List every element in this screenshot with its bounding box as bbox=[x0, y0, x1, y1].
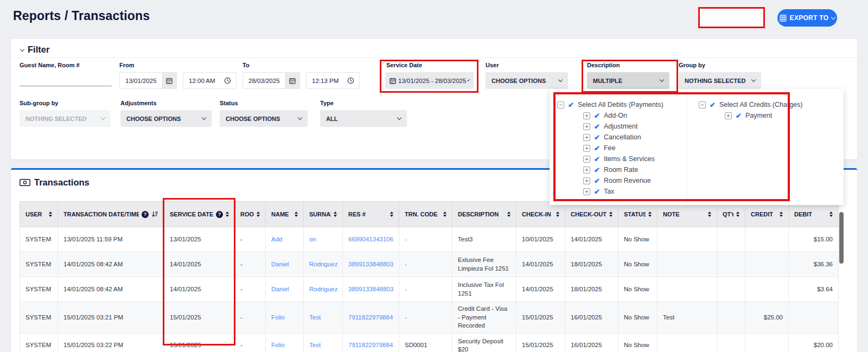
sort-icon[interactable] bbox=[226, 212, 229, 217]
plus-box-icon[interactable]: + bbox=[725, 112, 732, 119]
check-icon[interactable]: ✔ bbox=[594, 166, 600, 174]
tree-item[interactable]: +✔Tax bbox=[583, 186, 686, 197]
cell-surname[interactable]: Test bbox=[304, 333, 343, 352]
plus-box-icon[interactable]: + bbox=[583, 156, 590, 163]
cell-trn_code[interactable]: - bbox=[399, 227, 452, 252]
column-header-note[interactable]: NOTE bbox=[658, 202, 717, 227]
column-header-check_in[interactable]: CHECK-IN bbox=[516, 202, 565, 227]
cell-surname[interactable]: Test bbox=[304, 302, 343, 334]
cell-res[interactable]: 6699041343106 bbox=[343, 227, 399, 252]
column-header-room[interactable]: ROOM bbox=[235, 202, 266, 227]
scrollbar-thumb[interactable] bbox=[839, 212, 844, 264]
plus-box-icon[interactable]: + bbox=[583, 123, 590, 130]
sort-icon[interactable] bbox=[736, 212, 739, 217]
check-icon[interactable]: ✔ bbox=[710, 101, 716, 109]
column-header-status[interactable]: STATUS bbox=[618, 202, 658, 227]
column-header-debit[interactable]: DEBIT bbox=[789, 202, 839, 227]
cell-res[interactable]: 7911822979884 bbox=[343, 302, 399, 334]
sort-icon[interactable] bbox=[334, 212, 337, 217]
sort-icon[interactable] bbox=[390, 212, 393, 217]
column-header-surname[interactable]: SURNAME bbox=[304, 202, 343, 227]
check-icon[interactable]: ✔ bbox=[594, 112, 600, 120]
export-to-button[interactable]: EXPORT TO bbox=[777, 9, 837, 27]
service-date-range-input[interactable]: 13/01/2025 - 28/03/2025 bbox=[385, 72, 474, 89]
tree-item[interactable]: +✔Fee bbox=[583, 143, 686, 153]
tree-item[interactable]: +✔Room Revenue bbox=[583, 175, 686, 186]
calendar-icon[interactable] bbox=[162, 73, 176, 88]
column-header-res[interactable]: RES # bbox=[343, 202, 399, 227]
status-dropdown[interactable]: CHOOSE OPTIONS bbox=[220, 110, 308, 127]
check-icon[interactable]: ✔ bbox=[594, 133, 600, 142]
sort-icon[interactable] bbox=[49, 212, 52, 217]
sort-icon[interactable] bbox=[708, 212, 711, 217]
check-icon[interactable]: ✔ bbox=[594, 188, 600, 196]
sort-amount-icon[interactable] bbox=[151, 211, 158, 217]
cell-res[interactable]: 3899133848803 bbox=[343, 277, 399, 302]
cell-res[interactable]: 3899133848803 bbox=[343, 252, 399, 277]
cell-trn_code[interactable]: - bbox=[399, 302, 452, 334]
check-icon[interactable]: ✔ bbox=[568, 101, 574, 109]
cell-name[interactable]: Daniel bbox=[266, 252, 304, 277]
plus-box-icon[interactable]: + bbox=[583, 188, 590, 195]
adjustments-dropdown[interactable]: CHOOSE OPTIONS bbox=[120, 110, 212, 127]
to-time-input[interactable]: 12:13 PM bbox=[306, 72, 360, 89]
table-vertical-scrollbar[interactable] bbox=[839, 200, 844, 350]
tree-item[interactable]: +✔Payment bbox=[725, 110, 844, 121]
sort-icon[interactable] bbox=[829, 212, 833, 217]
column-header-datetime[interactable]: TRANSACTION DATE/TIME? bbox=[58, 202, 164, 227]
to-date-input[interactable]: 28/03/2025 bbox=[242, 72, 300, 89]
help-icon[interactable]: ? bbox=[216, 211, 223, 218]
cell-trn_code[interactable]: - bbox=[399, 277, 452, 302]
sort-icon[interactable] bbox=[443, 212, 446, 217]
cell-surname[interactable]: Rodriguez bbox=[304, 277, 343, 302]
from-time-input[interactable]: 12:00 AM bbox=[183, 72, 237, 89]
column-header-check_out[interactable]: CHECK-OUT bbox=[565, 202, 618, 227]
sort-icon[interactable] bbox=[609, 212, 612, 217]
cell-name[interactable]: Folio bbox=[266, 333, 304, 352]
column-header-user[interactable]: USER bbox=[20, 202, 58, 227]
sort-icon[interactable] bbox=[257, 212, 260, 217]
plus-box-icon[interactable]: + bbox=[583, 167, 590, 174]
tree-item[interactable]: +✔Add-On bbox=[583, 110, 686, 121]
description-dropdown[interactable]: MULTIPLE bbox=[587, 72, 669, 89]
tree-item[interactable]: +✔Cancellation bbox=[583, 132, 686, 143]
column-header-name[interactable]: NAME bbox=[266, 202, 304, 227]
user-dropdown[interactable]: CHOOSE OPTIONS bbox=[486, 72, 568, 89]
tree-item[interactable]: +✔Room Rate bbox=[583, 164, 686, 175]
plus-box-icon[interactable]: + bbox=[583, 134, 590, 141]
tree-item[interactable]: +✔Items & Services bbox=[583, 153, 686, 164]
tree-item[interactable]: −✔Select All Debits (Payments) bbox=[557, 99, 686, 110]
column-header-description[interactable]: DESCRIPTION bbox=[452, 202, 516, 227]
sort-icon[interactable] bbox=[295, 212, 298, 217]
minus-box-icon[interactable]: − bbox=[699, 101, 706, 108]
cell-surname[interactable]: Rodriguez bbox=[304, 252, 343, 277]
check-icon[interactable]: ✔ bbox=[594, 144, 600, 152]
group-by-dropdown[interactable]: NOTHING SELECTED bbox=[679, 72, 761, 89]
filter-header[interactable]: Filter bbox=[21, 44, 49, 55]
sort-icon[interactable] bbox=[507, 212, 510, 217]
sub-group-by-dropdown[interactable]: NOTHING SELECTED bbox=[20, 110, 111, 127]
minus-box-icon[interactable]: − bbox=[557, 101, 564, 108]
cell-res[interactable]: 7911822979884 bbox=[343, 333, 399, 352]
check-icon[interactable]: ✔ bbox=[736, 112, 742, 120]
check-icon[interactable]: ✔ bbox=[594, 123, 600, 131]
cell-trn_code[interactable]: - bbox=[399, 252, 452, 277]
help-icon[interactable]: ? bbox=[142, 211, 149, 218]
cell-name[interactable]: Folio bbox=[266, 302, 304, 334]
plus-box-icon[interactable]: + bbox=[583, 112, 590, 119]
tree-item[interactable]: −✔Select All Credits (Charges) bbox=[699, 99, 844, 110]
check-icon[interactable]: ✔ bbox=[594, 155, 600, 163]
tree-item[interactable]: +✔Adjustment bbox=[583, 121, 686, 132]
cell-name[interactable]: Daniel bbox=[266, 277, 304, 302]
column-header-trn_code[interactable]: TRN. CODE bbox=[399, 202, 452, 227]
cell-surname[interactable]: on bbox=[304, 227, 343, 252]
plus-box-icon[interactable]: + bbox=[583, 145, 590, 152]
from-date-input[interactable]: 13/01/2025 bbox=[119, 72, 177, 89]
guest-name-input[interactable] bbox=[20, 72, 112, 86]
type-dropdown[interactable]: ALL bbox=[320, 110, 407, 127]
column-header-service_date[interactable]: SERVICE DATE? bbox=[164, 202, 235, 227]
column-header-qty[interactable]: QTY bbox=[717, 202, 745, 227]
calendar-icon[interactable] bbox=[285, 73, 299, 88]
sort-icon[interactable] bbox=[648, 212, 652, 217]
sort-icon[interactable] bbox=[780, 212, 783, 217]
